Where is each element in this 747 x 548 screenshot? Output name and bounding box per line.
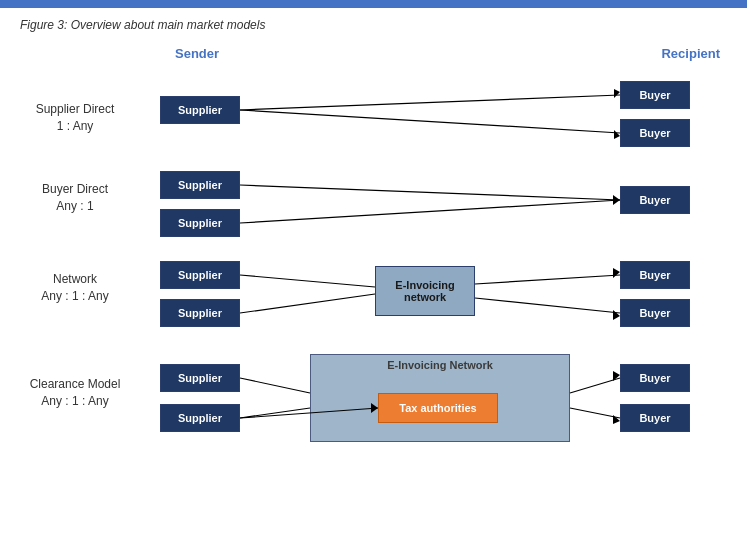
buyer-box-2: Buyer: [620, 186, 690, 214]
row-label-network: NetworkAny : 1 : Any: [20, 271, 130, 305]
diagram: Sender Recipient Supplier Direct1 : Any …: [20, 46, 730, 536]
svg-line-10: [475, 298, 620, 313]
svg-line-7: [240, 275, 375, 287]
svg-line-15: [570, 378, 620, 393]
svg-line-13: [240, 378, 310, 393]
buyer-box-3a: Buyer: [620, 261, 690, 289]
top-bar: [0, 0, 747, 8]
einvoicing-network-box: E-Invoicingnetwork: [375, 266, 475, 316]
page-content: Figure 3: Overview about main market mod…: [0, 8, 747, 546]
svg-line-16: [570, 408, 620, 418]
row-label-buyer-direct: Buyer DirectAny : 1: [20, 181, 130, 215]
supplier-box-3b: Supplier: [160, 299, 240, 327]
buyer-box-4a: Buyer: [620, 364, 690, 392]
row-label-supplier-direct: Supplier Direct1 : Any: [20, 101, 130, 135]
supplier-box-4a: Supplier: [160, 364, 240, 392]
supplier-box-3a: Supplier: [160, 261, 240, 289]
supplier-box-1: Supplier: [160, 96, 240, 124]
tax-authorities-box: Tax authorities: [378, 393, 498, 423]
buyer-box-1a: Buyer: [620, 81, 690, 109]
figure-title: Figure 3: Overview about main market mod…: [20, 18, 727, 32]
svg-line-4: [240, 185, 620, 200]
row-label-clearance: Clearance ModelAny : 1 : Any: [20, 376, 130, 410]
buyer-box-4b: Buyer: [620, 404, 690, 432]
svg-line-14: [240, 408, 310, 418]
supplier-box-2a: Supplier: [160, 171, 240, 199]
svg-marker-17: [613, 371, 620, 381]
recipient-header: Recipient: [661, 46, 720, 61]
supplier-box-4b: Supplier: [160, 404, 240, 432]
buyer-box-3b: Buyer: [620, 299, 690, 327]
svg-marker-6: [613, 195, 620, 205]
svg-marker-18: [613, 415, 620, 424]
svg-marker-12: [613, 310, 620, 320]
buyer-box-1b: Buyer: [620, 119, 690, 147]
svg-line-1: [240, 110, 620, 133]
svg-line-5: [240, 200, 620, 223]
svg-line-8: [240, 294, 375, 313]
svg-marker-11: [613, 268, 620, 278]
supplier-box-2b: Supplier: [160, 209, 240, 237]
sender-header: Sender: [175, 46, 219, 61]
svg-line-9: [475, 275, 620, 284]
svg-line-0: [240, 95, 620, 110]
